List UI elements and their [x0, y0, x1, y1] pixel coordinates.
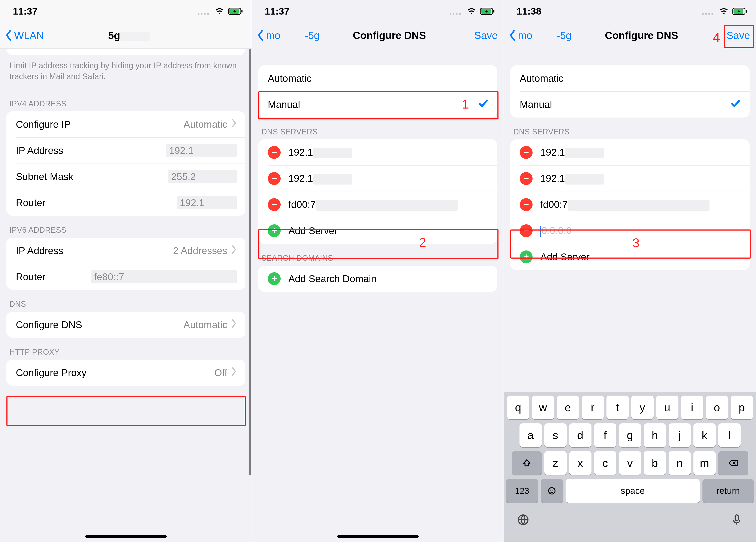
key-e[interactable]: e	[557, 395, 579, 419]
key-c[interactable]: c	[594, 451, 616, 475]
keyboard: qwertyuiop asdfghjkl zxcvbnm 123 space r…	[504, 392, 756, 542]
key-b[interactable]: b	[644, 451, 666, 475]
key-o[interactable]: o	[706, 395, 728, 419]
back-label: WLAN	[14, 30, 44, 41]
svg-rect-12	[272, 278, 277, 279]
numbers-key[interactable]: 123	[506, 479, 538, 503]
delete-icon[interactable]	[268, 172, 281, 185]
key-w[interactable]: w	[532, 395, 554, 419]
group-proxy: Configure Proxy Off	[6, 360, 245, 386]
delete-icon[interactable]	[520, 146, 533, 159]
row-configure-proxy[interactable]: Configure Proxy Off	[6, 360, 245, 386]
home-indicator[interactable]	[337, 535, 419, 538]
key-f[interactable]: f	[594, 423, 616, 447]
row-ipv6-address[interactable]: IP Address 2 Addresses	[6, 238, 245, 264]
key-i[interactable]: i	[681, 395, 703, 419]
delete-icon[interactable]	[520, 172, 533, 185]
delete-icon[interactable]	[520, 198, 533, 211]
status-bar: 11:37 ....	[252, 0, 504, 22]
save-button[interactable]: Save	[472, 30, 498, 41]
svg-rect-10	[272, 230, 277, 231]
key-m[interactable]: m	[693, 451, 716, 475]
svg-rect-7	[272, 178, 277, 179]
key-h[interactable]: h	[644, 423, 666, 447]
key-g[interactable]: g	[619, 423, 641, 447]
shift-key[interactable]	[512, 451, 542, 475]
save-button[interactable]: Save	[724, 30, 750, 41]
key-n[interactable]: n	[669, 451, 691, 475]
dns-entry[interactable]: 192.1	[510, 139, 750, 166]
key-k[interactable]: k	[693, 423, 716, 447]
key-r[interactable]: r	[582, 395, 604, 419]
section-dns-servers: DNS SERVERS	[504, 118, 756, 139]
key-x[interactable]: x	[569, 451, 591, 475]
key-d[interactable]: d	[569, 423, 591, 447]
key-y[interactable]: y	[631, 395, 654, 419]
row-add-search-domain[interactable]: Add Search Domain	[258, 266, 497, 292]
page-title: Configure DNS	[307, 30, 472, 41]
row-automatic[interactable]: Automatic	[510, 65, 750, 91]
svg-rect-26	[735, 515, 738, 521]
dns-entry[interactable]: 192.1	[258, 139, 497, 166]
nav-bar: mo -5g Configure DNS Save	[504, 22, 756, 48]
key-j[interactable]: j	[669, 423, 691, 447]
space-key[interactable]: space	[566, 479, 700, 503]
dns-entry[interactable]: 192.1	[258, 166, 497, 192]
row-manual[interactable]: Manual	[258, 91, 497, 118]
page-title: 5g	[44, 30, 216, 41]
dns-entry[interactable]: fd00:7	[510, 192, 750, 218]
checkmark-icon	[478, 98, 489, 111]
mic-icon[interactable]	[730, 513, 743, 527]
key-z[interactable]: z	[544, 451, 567, 475]
group-dns-servers: 192.1 192.1 fd00:7 Add Server	[258, 139, 497, 244]
section-search-domains: SEARCH DOMAINS	[252, 244, 504, 266]
back-button[interactable]: WLAN	[4, 29, 44, 41]
add-icon[interactable]	[520, 251, 533, 263]
section-dns: DNS	[0, 290, 252, 312]
key-s[interactable]: s	[544, 423, 567, 447]
svg-rect-8	[272, 204, 277, 205]
row-automatic[interactable]: Automatic	[258, 65, 497, 91]
row-configure-dns[interactable]: Configure DNS Automatic	[6, 312, 245, 338]
row-add-server[interactable]: Add Server	[258, 218, 497, 244]
svg-rect-4	[493, 10, 494, 13]
svg-rect-21	[524, 257, 529, 257]
key-v[interactable]: v	[619, 451, 641, 475]
row-ip-address: IP Address 192.1	[6, 138, 245, 164]
group-dns-mode: Automatic Manual	[258, 65, 497, 118]
nav-bar: WLAN 5g	[0, 22, 252, 48]
row-manual[interactable]: Manual	[510, 91, 750, 118]
delete-icon[interactable]	[268, 198, 281, 211]
dns-input[interactable]: 0.0.0.0	[540, 225, 741, 237]
key-t[interactable]: t	[606, 395, 629, 419]
add-icon[interactable]	[268, 272, 281, 285]
key-p[interactable]: p	[731, 395, 753, 419]
dns-entry[interactable]: fd00:7	[258, 192, 497, 218]
row-configure-ip[interactable]: Configure IP Automatic	[6, 111, 245, 138]
key-q[interactable]: q	[507, 395, 529, 419]
dns-entry-new[interactable]: 0.0.0.0	[510, 218, 750, 244]
emoji-key[interactable]	[541, 479, 563, 503]
status-time: 11:37	[13, 6, 197, 17]
add-icon[interactable]	[268, 224, 281, 237]
dns-entry[interactable]: 192.1	[510, 166, 750, 192]
status-dots: ....	[449, 6, 462, 17]
delete-icon[interactable]	[268, 146, 281, 159]
panel-wlan-details: 11:37 .... WLAN 5g Limit IP address trac…	[0, 0, 252, 542]
page-title: Configure DNS	[559, 30, 724, 41]
key-a[interactable]: a	[519, 423, 542, 447]
row-ipv6-router: Router fe80::7	[6, 264, 245, 290]
home-indicator[interactable]	[85, 535, 167, 538]
group-dns: Configure DNS Automatic	[6, 312, 245, 338]
svg-rect-14	[746, 10, 747, 13]
return-key[interactable]: return	[702, 479, 754, 503]
delete-icon[interactable]	[520, 224, 533, 237]
row-add-server[interactable]: Add Server	[510, 244, 750, 270]
battery-icon	[480, 7, 495, 15]
backspace-key[interactable]	[718, 451, 748, 475]
key-l[interactable]: l	[718, 423, 741, 447]
globe-icon[interactable]	[517, 513, 530, 527]
scrollbar[interactable]	[249, 49, 251, 525]
key-u[interactable]: u	[656, 395, 678, 419]
battery-icon	[228, 7, 243, 15]
